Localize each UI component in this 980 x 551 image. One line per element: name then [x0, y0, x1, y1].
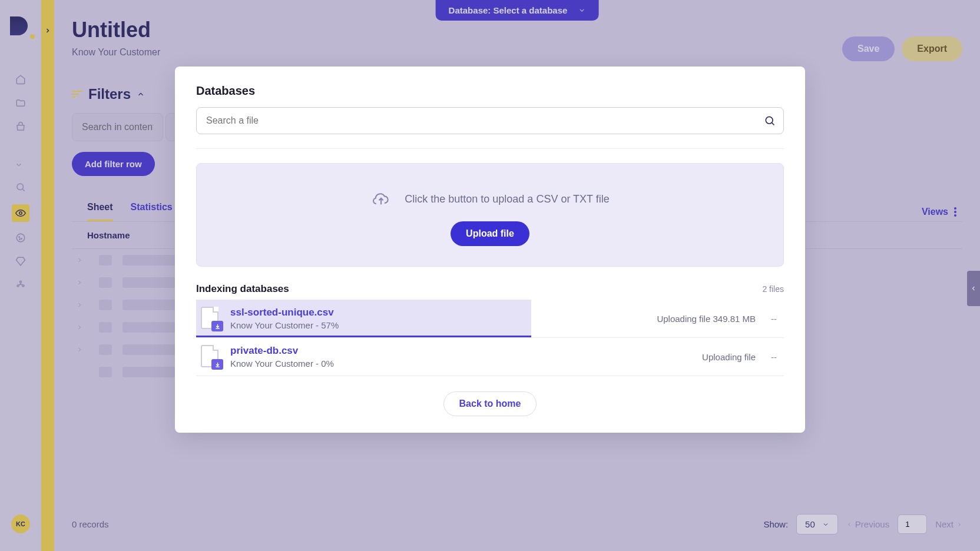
file-name: ssl-sorted-unique.csv — [230, 307, 657, 318]
file-item[interactable]: ssl-sorted-unique.csv Know Your Customer… — [196, 300, 784, 338]
file-subtitle: Know Your Customer - 57% — [230, 320, 657, 330]
modal-title: Databases — [196, 84, 784, 98]
dropzone-text: Click the button to upload a CSV or TXT … — [405, 193, 610, 205]
file-subtitle: Know Your Customer - 0% — [230, 359, 702, 369]
file-icon — [201, 307, 221, 330]
modal-overlay[interactable]: Databases Click the button to upload a C… — [0, 0, 980, 551]
databases-modal: Databases Click the button to upload a C… — [175, 67, 805, 433]
files-count: 2 files — [762, 284, 784, 294]
file-status: Uploading file 349.81 MB — [657, 314, 756, 324]
search-file-input[interactable] — [196, 107, 784, 134]
search-icon — [764, 115, 776, 127]
file-action-placeholder: -- — [771, 352, 777, 362]
file-status: Uploading file — [702, 352, 756, 362]
file-name: private-db.csv — [230, 345, 702, 357]
upload-dropzone: Click the button to upload a CSV or TXT … — [196, 163, 784, 267]
back-to-home-button[interactable]: Back to home — [443, 391, 537, 416]
cloud-upload-icon — [370, 191, 392, 207]
svg-line-14 — [772, 123, 774, 125]
file-action-placeholder: -- — [771, 314, 777, 324]
file-icon — [201, 345, 221, 369]
indexing-title: Indexing databases — [196, 283, 289, 295]
file-item[interactable]: private-db.csv Know Your Customer - 0% U… — [196, 338, 784, 376]
upload-file-button[interactable]: Upload file — [451, 221, 529, 246]
svg-point-13 — [766, 117, 773, 124]
